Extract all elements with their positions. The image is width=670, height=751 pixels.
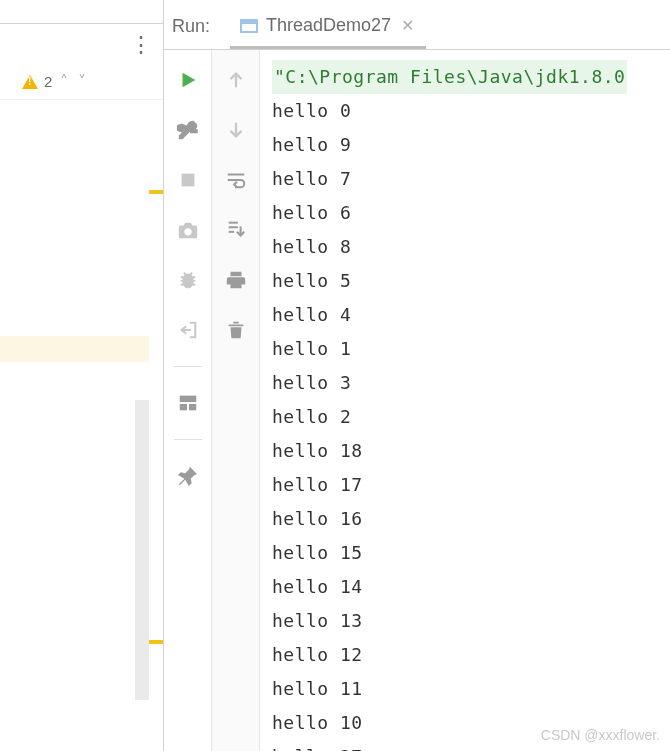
ide-window: ⋮ 2 ˄ ˅ Run: ThreadDemo27 ✕ — [0, 0, 670, 751]
problems-count: 2 — [44, 73, 52, 90]
soft-wrap-icon[interactable] — [222, 166, 250, 194]
svg-rect-1 — [179, 396, 196, 402]
more-options-icon[interactable]: ⋮ — [130, 32, 151, 58]
console-line: hello 1 — [272, 332, 670, 366]
console-line: hello 2 — [272, 400, 670, 434]
svg-rect-2 — [179, 404, 186, 410]
layout-icon[interactable] — [174, 389, 202, 417]
editor-header-row: ⋮ — [0, 24, 163, 64]
toolbar-separator — [174, 366, 202, 367]
trash-icon[interactable] — [222, 316, 250, 344]
rerun-icon[interactable] — [174, 66, 202, 94]
arrow-down-icon[interactable] — [222, 116, 250, 144]
exit-icon[interactable] — [174, 316, 202, 344]
error-stripe[interactable] — [149, 100, 163, 751]
close-tab-icon[interactable]: ✕ — [399, 16, 416, 35]
bug-icon[interactable] — [174, 266, 202, 294]
console-line: hello 8 — [272, 230, 670, 264]
next-problem-chevron[interactable]: ˅ — [76, 70, 88, 93]
scroll-to-end-icon[interactable] — [222, 216, 250, 244]
command-line: "C:\Program Files\Java\jdk1.8.0 — [272, 60, 627, 94]
watermark-text: CSDN @xxxflower. — [541, 727, 660, 743]
prev-problem-chevron[interactable]: ˄ — [58, 70, 70, 93]
console-line: hello 3 — [272, 366, 670, 400]
toolbar-separator — [174, 439, 202, 440]
console-line: hello 15 — [272, 536, 670, 570]
run-panel-title: Run: — [172, 16, 210, 49]
stop-icon[interactable] — [174, 166, 202, 194]
run-tool-window: Run: ThreadDemo27 ✕ — [164, 0, 670, 751]
editor-gutter-area — [0, 100, 163, 751]
console-line: hello 9 — [272, 128, 670, 162]
application-icon — [240, 19, 258, 33]
run-tab-label: ThreadDemo27 — [266, 15, 391, 36]
wrench-icon[interactable] — [174, 116, 202, 144]
console-line: hello 11 — [272, 672, 670, 706]
warning-mark[interactable] — [149, 640, 163, 644]
run-toolbar-primary — [164, 50, 212, 751]
warning-icon — [22, 75, 38, 89]
console-output[interactable]: "C:\Program Files\Java\jdk1.8.0 hello 0h… — [260, 50, 670, 751]
console-line: hello 17 — [272, 468, 670, 502]
console-line: hello 7 — [272, 162, 670, 196]
console-line: hello 12 — [272, 638, 670, 672]
camera-icon[interactable] — [174, 216, 202, 244]
console-line: hello 16 — [272, 502, 670, 536]
console-line: hello 0 — [272, 94, 670, 128]
console-line: hello 5 — [272, 264, 670, 298]
svg-rect-3 — [188, 404, 195, 410]
editor-side-pane: ⋮ 2 ˄ ˅ — [0, 0, 164, 751]
arrow-up-icon[interactable] — [222, 66, 250, 94]
print-icon[interactable] — [222, 266, 250, 294]
pin-icon[interactable] — [174, 462, 202, 490]
highlighted-line — [0, 336, 150, 362]
run-body: "C:\Program Files\Java\jdk1.8.0 hello 0h… — [164, 50, 670, 751]
console-line: hello 4 — [272, 298, 670, 332]
warning-mark[interactable] — [149, 190, 163, 194]
run-tab-bar: Run: ThreadDemo27 ✕ — [164, 0, 670, 50]
svg-rect-0 — [181, 174, 194, 187]
console-line: hello 18 — [272, 434, 670, 468]
console-line: hello 14 — [272, 570, 670, 604]
fold-strip — [135, 400, 149, 700]
console-line: hello 13 — [272, 604, 670, 638]
run-toolbar-secondary — [212, 50, 260, 751]
editor-top-strip — [0, 0, 163, 24]
problems-indicator[interactable]: 2 ˄ ˅ — [0, 64, 163, 100]
console-line: hello 6 — [272, 196, 670, 230]
run-config-tab[interactable]: ThreadDemo27 ✕ — [230, 7, 426, 49]
